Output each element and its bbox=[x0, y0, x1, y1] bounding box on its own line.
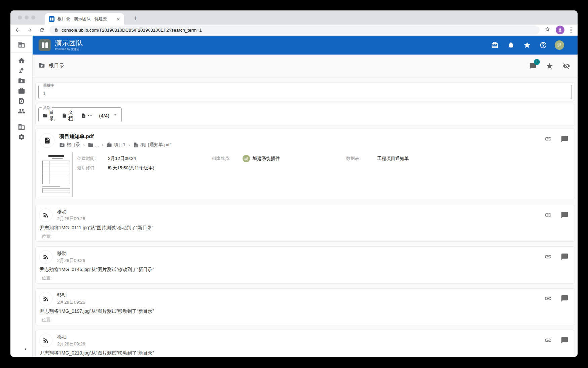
breadcrumb-file[interactable]: 项目通知单.pdf bbox=[133, 142, 171, 148]
url-bar[interactable]: console.ublib.com/T20190310DC85/F2019031… bbox=[49, 26, 540, 34]
close-window-button[interactable] bbox=[18, 15, 22, 20]
creator-label: 创建成员: bbox=[212, 156, 243, 162]
refresh-icon[interactable] bbox=[37, 25, 47, 35]
sidebar-item-root-folder[interactable] bbox=[15, 76, 28, 86]
gift-icon[interactable] bbox=[491, 41, 499, 49]
keyword-field[interactable]: 关键字 bbox=[38, 85, 572, 99]
keyword-filter-card: 关键字 bbox=[35, 82, 575, 101]
copy-link-icon[interactable] bbox=[544, 336, 552, 345]
back-icon[interactable] bbox=[12, 25, 23, 35]
creator-name: 城建系统插件 bbox=[253, 156, 280, 162]
sidebar-divider bbox=[10, 119, 32, 119]
activity-location-label: 位置: bbox=[39, 317, 569, 323]
favorites-star-icon[interactable] bbox=[523, 41, 531, 49]
copy-link-icon[interactable] bbox=[544, 135, 552, 144]
activity-title: 移动 bbox=[57, 250, 85, 257]
category-dropdown[interactable]: 类别 目录, 文档, ⋯ (4/4) bbox=[38, 107, 122, 122]
breadcrumb-separator: › bbox=[102, 142, 103, 147]
activity-time: 2月28日09:26 bbox=[57, 258, 85, 264]
comment-icon[interactable] bbox=[561, 336, 568, 345]
root-folder-icon bbox=[38, 62, 45, 70]
powered-by-label: Powered by 优建云 bbox=[55, 47, 83, 52]
url-text: console.ublib.com/T20190310DC85/F2019031… bbox=[62, 28, 202, 33]
activity-description: 尹志翔将“IMG_0197.jpg”从“图片测试”移动到了“新目录” bbox=[39, 308, 569, 314]
site-favicon bbox=[49, 16, 54, 22]
category-filter-card: 类别 目录, 文档, ⋯ (4/4) bbox=[35, 104, 575, 126]
sidebar-item-organization[interactable] bbox=[15, 40, 28, 50]
dropdown-caret-icon[interactable] bbox=[113, 112, 118, 119]
hide-eye-off-icon[interactable] bbox=[562, 62, 571, 70]
tab-close-icon[interactable]: × bbox=[116, 16, 121, 22]
sidebar-item-settings[interactable] bbox=[15, 132, 28, 142]
sidebar-item-members[interactable] bbox=[15, 106, 28, 116]
breadcrumb-folder[interactable]: ... bbox=[88, 142, 99, 148]
comment-icon[interactable] bbox=[561, 135, 568, 144]
browser-menu-icon[interactable] bbox=[569, 26, 573, 34]
comment-icon[interactable] bbox=[561, 211, 568, 220]
copy-link-icon[interactable] bbox=[544, 295, 552, 304]
activity-description: 尹志翔将“IMG_0111.jpg”从“图片测试”移动到了“新目录” bbox=[39, 225, 569, 231]
browser-window: 根目录 - 演示团队 - 优建云 × + console.ublib.com/T… bbox=[10, 10, 578, 357]
bookmark-star-icon[interactable] bbox=[544, 26, 550, 34]
breadcrumb-root[interactable]: 根目录 bbox=[59, 142, 80, 148]
comment-icon[interactable] bbox=[561, 295, 568, 304]
minimize-window-button[interactable] bbox=[25, 15, 29, 20]
main-content: 根目录 1 关键字 bbox=[33, 55, 578, 357]
activity-description: 尹志翔将“IMG_0210.jpg”从“图片测试”移动到了“新目录” bbox=[39, 350, 569, 356]
team-name: 演示团队 bbox=[55, 39, 83, 47]
browser-profile-avatar[interactable] bbox=[556, 26, 564, 34]
activity-title: 移动 bbox=[57, 209, 85, 215]
window-controls[interactable] bbox=[18, 15, 35, 20]
copy-link-icon[interactable] bbox=[544, 211, 552, 220]
breadcrumb-project[interactable]: 项目1 bbox=[106, 142, 125, 148]
maximize-window-button[interactable] bbox=[31, 15, 35, 20]
help-icon[interactable] bbox=[539, 41, 547, 49]
activity-title: 移动 bbox=[57, 334, 85, 340]
copy-link-icon[interactable] bbox=[544, 253, 552, 262]
activity-card[interactable]: 移动 2月28日09:26 尹志翔将“IMG_0146.jpg”从“图片测试”移… bbox=[35, 246, 575, 283]
forward-icon[interactable] bbox=[25, 25, 35, 35]
breadcrumb-separator: › bbox=[83, 142, 85, 147]
user-avatar[interactable]: 尹 bbox=[555, 40, 564, 50]
browser-tab[interactable]: 根目录 - 演示团队 - 优建云 × bbox=[45, 13, 124, 25]
comment-count-badge: 1 bbox=[534, 59, 540, 65]
file-metadata: 创建时间:2月12日09:24 创建成员:城城建系统插件 数据表:工程项目通知单… bbox=[77, 152, 571, 197]
category-item-document: 文档, bbox=[62, 109, 79, 122]
notifications-bell-icon[interactable] bbox=[507, 41, 515, 49]
activity-location-label: 位置: bbox=[39, 233, 569, 239]
sidebar-expand-icon[interactable] bbox=[23, 346, 28, 353]
activity-card[interactable]: 移动 2月28日09:26 尹志翔将“IMG_0210.jpg”从“图片测试”移… bbox=[35, 330, 575, 357]
comment-icon[interactable] bbox=[561, 253, 568, 262]
activity-location-label: 位置: bbox=[39, 275, 569, 281]
left-sidebar bbox=[10, 36, 33, 357]
tab-strip: 根目录 - 演示团队 - 优建云 × + bbox=[10, 10, 578, 25]
tab-title: 根目录 - 演示团队 - 优建云 bbox=[58, 16, 116, 22]
team-logo[interactable] bbox=[39, 39, 51, 51]
page-header: 根目录 1 bbox=[33, 55, 578, 77]
activity-feed-icon bbox=[39, 208, 52, 222]
category-count: (4/4) bbox=[99, 113, 109, 119]
file-thumbnail[interactable] bbox=[40, 152, 73, 197]
sidebar-item-company[interactable] bbox=[15, 122, 28, 132]
file-result-card[interactable]: 项目通知单.pdf 根目录 › ... › 项目1 › 项目通知单.pdf bbox=[35, 129, 575, 199]
comments-button[interactable]: 1 bbox=[528, 62, 537, 70]
creator-avatar: 城 bbox=[243, 155, 250, 162]
new-tab-button[interactable]: + bbox=[130, 13, 140, 23]
sidebar-item-workbench-lamp[interactable] bbox=[15, 66, 28, 76]
sidebar-item-home[interactable] bbox=[15, 56, 28, 66]
data-table-label: 数据表: bbox=[346, 156, 377, 162]
category-item-more: ⋯ bbox=[81, 112, 93, 119]
activity-card[interactable]: 移动 2月28日09:26 尹志翔将“IMG_0111.jpg”从“图片测试”移… bbox=[35, 205, 575, 242]
activity-feed-icon bbox=[39, 250, 52, 264]
file-type-icon bbox=[40, 133, 54, 148]
activity-card[interactable]: 移动 2月28日09:26 尹志翔将“IMG_0197.jpg”从“图片测试”移… bbox=[35, 288, 575, 325]
browser-toolbar: console.ublib.com/T20190310DC85/F2019031… bbox=[10, 25, 578, 36]
keyword-input[interactable] bbox=[39, 85, 572, 99]
lock-icon bbox=[54, 28, 58, 32]
sidebar-item-projects[interactable] bbox=[15, 86, 28, 96]
category-item-directory: 目录, bbox=[43, 109, 60, 122]
sidebar-item-document-search[interactable] bbox=[15, 96, 28, 106]
activity-feed-icon bbox=[39, 334, 52, 347]
favorite-star-icon[interactable] bbox=[545, 62, 554, 70]
activity-title: 移动 bbox=[57, 292, 85, 298]
